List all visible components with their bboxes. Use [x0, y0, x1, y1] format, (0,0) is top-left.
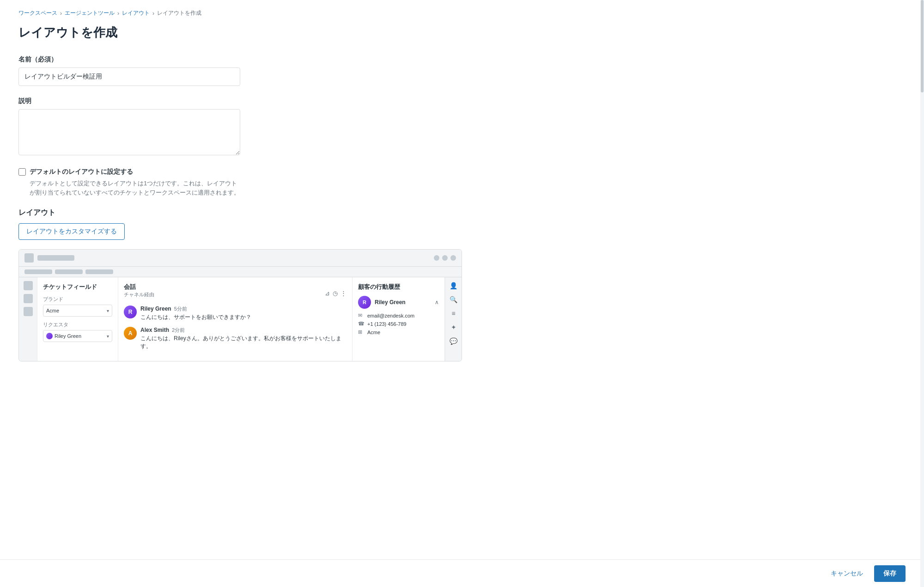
preview-subtab-2 — [55, 269, 83, 274]
preview-sidebar — [19, 277, 37, 361]
checkbox-label: デフォルトのレイアウトに設定する — [30, 168, 133, 176]
preview-dot-1 — [434, 255, 439, 261]
msg-content-2: Alex Smith 2分前 こんにちは、Rileyさん。ありがとうございます。… — [140, 327, 346, 350]
breadcrumb-current: レイアウトを作成 — [157, 9, 201, 17]
preview-subtab-3 — [85, 269, 113, 274]
msg-content-1: Riley Green 5分前 こんにちは、サポートをお願いできますか？ — [140, 306, 251, 321]
email-icon: ✉ — [358, 312, 365, 318]
preview-dot-2 — [442, 255, 448, 261]
preview-header-right — [434, 255, 456, 261]
msg-name-2: Alex Smith — [140, 327, 169, 333]
msg-time-2: 2分前 — [172, 327, 185, 334]
preview-customer-org-row: ⊞ Acme — [358, 329, 439, 335]
msg-text-1: こんにちは、サポートをお願いできますか？ — [140, 313, 251, 321]
breadcrumb-sep-1: › — [60, 10, 62, 17]
preview-customer-avatar: R — [358, 296, 371, 309]
preview-subbar — [19, 267, 462, 277]
msg-header-2: Alex Smith 2分前 — [140, 327, 346, 334]
list-icon[interactable]: ≡ — [449, 309, 458, 318]
preview-customer-email: email@zendesk.com — [367, 313, 414, 318]
msg-name-1: Riley Green — [140, 306, 171, 312]
preview-customer-org: Acme — [367, 330, 380, 335]
preview-header-left — [24, 253, 74, 263]
preview-conv-icons: ⊿ ◷ ⋮ — [325, 290, 346, 297]
preview-subtab-1 — [24, 269, 52, 274]
preview-brand-chevron: ▾ — [107, 308, 109, 313]
layout-section: レイアウト レイアウトをカスタマイズする — [18, 208, 610, 361]
footer: キャンセル 保存 — [0, 559, 924, 587]
message-1: R Riley Green 5分前 こんにちは、サポートをお願いできますか？ — [124, 306, 346, 321]
page-title: レイアウトを作成 — [18, 24, 610, 41]
preview-requester-label: リクエスタ — [43, 321, 112, 328]
phone-icon: ☎ — [358, 321, 365, 327]
preview-requester-select[interactable]: Riley Green ▾ — [43, 330, 112, 342]
preview-header — [19, 250, 462, 267]
preview-customer-title: 顧客の行動履歴 — [358, 283, 400, 291]
msg-time-1: 5分前 — [174, 306, 187, 312]
description-label: 説明 — [18, 97, 610, 105]
preview-tab-bar — [37, 255, 74, 261]
name-label: 名前（必須） — [18, 55, 610, 64]
scrollbar-thumb[interactable] — [921, 0, 924, 92]
filter-icon[interactable]: ⊿ — [325, 290, 330, 297]
preview-right-icons: 👤 🔍 ≡ ✦ 💬 — [445, 277, 462, 361]
preview-requester-chevron: ▾ — [107, 334, 109, 339]
preview-sidebar-icon-2 — [24, 294, 33, 303]
preview-customer-phone: +1 (123) 456-789 — [367, 321, 407, 327]
preview-brand-field: ブランド Acme ▾ — [43, 296, 112, 317]
more-icon[interactable]: ⋮ — [340, 290, 346, 297]
preview-customer-name: Riley Green — [375, 299, 431, 306]
scrollbar[interactable] — [920, 0, 924, 587]
chat-bubble-icon[interactable]: 💬 — [449, 336, 458, 346]
breadcrumb-layout[interactable]: レイアウト — [122, 9, 150, 17]
preview-dot-3 — [450, 255, 456, 261]
layout-section-title: レイアウト — [18, 208, 610, 218]
preview-customer-phone-row: ☎ +1 (123) 456-789 — [358, 321, 439, 327]
preview-brand-label: ブランド — [43, 296, 112, 303]
preview-channel: チャネル経由 — [124, 291, 154, 298]
message-2: A Alex Smith 2分前 こんにちは、Rileyさん。ありがとうございま… — [124, 327, 346, 350]
preview-tab-1 — [37, 255, 74, 261]
history-icon[interactable]: ◷ — [333, 290, 338, 297]
preview-customer-history: 顧客の行動履歴 R Riley Green ∧ ✉ email@zendesk.… — [353, 277, 445, 361]
breadcrumb-sep-3: › — [152, 10, 154, 17]
preview-ticket-fields: チケットフィールド ブランド Acme ▾ リクエスタ — [37, 277, 118, 361]
layout-preview: チケットフィールド ブランド Acme ▾ リクエスタ — [18, 249, 462, 361]
preview-customer-header: 顧客の行動履歴 — [358, 283, 439, 291]
save-button[interactable]: 保存 — [874, 565, 906, 582]
avatar-alex: A — [124, 327, 137, 340]
checkbox-description: デフォルトとして設定できるレイアウトは1つだけです。これは、レイアウトが割り当て… — [30, 179, 242, 197]
avatar-riley: R — [124, 306, 137, 318]
preview-sidebar-icon-1 — [24, 281, 33, 290]
breadcrumb-agent-tool[interactable]: エージェントツール — [65, 9, 115, 17]
breadcrumb-workspace[interactable]: ワークスペース — [18, 9, 57, 17]
sparkle-icon[interactable]: ✦ — [449, 323, 458, 332]
breadcrumb: ワークスペース › エージェントツール › レイアウト › レイアウトを作成 — [18, 9, 610, 17]
preview-conv-title: 会話 — [124, 283, 154, 291]
user-icon[interactable]: 👤 — [449, 281, 458, 290]
msg-text-2: こんにちは、Rileyさん。ありがとうございます。私がお客様をサポートいたします… — [140, 335, 346, 350]
preview-customer-expand-icon[interactable]: ∧ — [435, 299, 439, 306]
description-section: 説明 — [18, 97, 610, 157]
breadcrumb-sep-2: › — [117, 10, 119, 17]
requester-avatar-mini — [46, 333, 53, 339]
preview-customer-info: R Riley Green ∧ — [358, 296, 439, 309]
customize-layout-button[interactable]: レイアウトをカスタマイズする — [18, 223, 125, 240]
default-layout-section: デフォルトのレイアウトに設定する デフォルトとして設定できるレイアウトは1つだけ… — [18, 168, 610, 197]
preview-logo — [24, 253, 34, 263]
preview-brand-select[interactable]: Acme ▾ — [43, 305, 112, 317]
cancel-button[interactable]: キャンセル — [825, 566, 869, 581]
msg-header-1: Riley Green 5分前 — [140, 306, 251, 312]
preview-main: チケットフィールド ブランド Acme ▾ リクエスタ — [19, 277, 462, 361]
preview-ticket-fields-title: チケットフィールド — [43, 283, 112, 291]
org-icon: ⊞ — [358, 329, 365, 335]
search-doc-icon[interactable]: 🔍 — [449, 295, 458, 304]
name-input[interactable] — [18, 67, 240, 86]
preview-conv-header: 会話 チャネル経由 ⊿ ◷ ⋮ — [124, 283, 346, 304]
preview-customer-email-row: ✉ email@zendesk.com — [358, 312, 439, 318]
default-layout-checkbox[interactable] — [18, 168, 26, 176]
name-section: 名前（必須） — [18, 55, 610, 86]
preview-sidebar-icon-3 — [24, 307, 33, 316]
preview-conversation: 会話 チャネル経由 ⊿ ◷ ⋮ R — [118, 277, 353, 361]
description-input[interactable] — [18, 109, 240, 155]
